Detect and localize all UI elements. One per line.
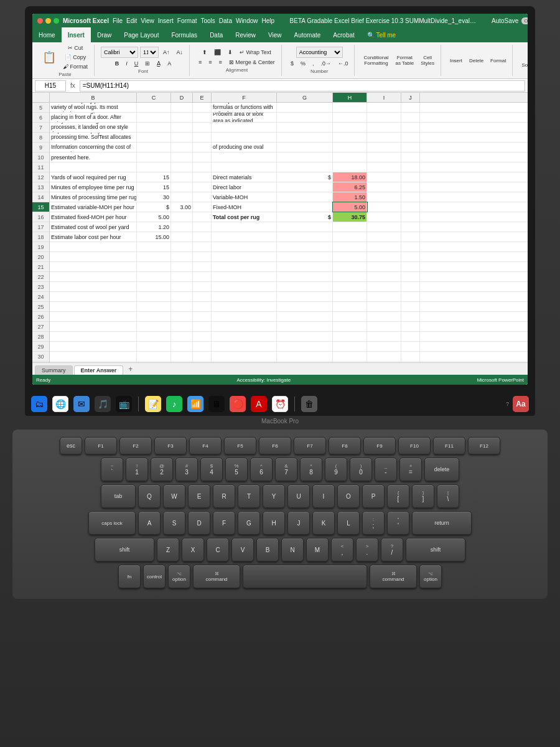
cell-i30[interactable] [367,352,401,361]
cell-h15[interactable]: 5.00 [333,202,367,212]
cell-c31[interactable] [137,362,171,362]
cell-d14[interactable] [171,192,193,202]
cell-c18[interactable]: 15.00 [137,232,171,242]
cell-i29[interactable] [367,342,401,351]
cell-e27[interactable] [193,322,212,331]
cell-c26[interactable] [137,312,171,321]
bold-button[interactable]: B [113,59,122,68]
row-num-28[interactable]: 28 [32,332,49,342]
key-d[interactable]: D [188,511,210,535]
cell-h30[interactable] [333,352,367,361]
dock-icon-aa[interactable]: Aa [513,396,529,412]
cell-h11[interactable] [333,162,367,172]
cell-h31[interactable] [333,362,367,362]
decrease-decimal-button[interactable]: ←.0 [335,59,351,68]
font-size-select[interactable]: 11 [140,47,159,58]
key-t[interactable]: T [238,484,260,508]
cell-reference-box[interactable] [35,80,66,92]
cell-g30[interactable] [277,352,333,361]
cell-f20[interactable] [212,252,277,261]
row-num-16[interactable]: 16 [32,212,49,222]
cell-g20[interactable] [277,252,333,261]
function-wizard-icon[interactable]: fx [68,82,77,89]
cell-d24[interactable] [171,292,193,301]
cell-b8[interactable]: requires both employee and processing ti… [50,133,137,142]
key-n[interactable]: N [281,538,304,561]
cell-c28[interactable] [137,332,171,341]
cell-d30[interactable] [171,352,193,361]
cell-g21[interactable] [277,262,333,271]
cell-c24[interactable] [137,292,171,301]
row-num-9[interactable]: 9 [32,143,49,153]
key-f8[interactable]: F8 [329,437,361,454]
cell-c5[interactable] [137,103,171,112]
cell-i22[interactable] [367,272,401,281]
cell-b26[interactable] [50,312,137,321]
cell-h14[interactable]: 1.50 [333,192,367,202]
cell-h20[interactable] [333,252,367,261]
key-return[interactable]: return [412,511,472,535]
col-header-h[interactable]: H [333,93,367,102]
key-command-left[interactable]: ⌘command [193,565,240,588]
cell-i7[interactable] [367,123,401,132]
sheet-tab-enter-answer[interactable]: Enter Answer [74,365,124,375]
cell-c23[interactable] [137,282,171,291]
key-k[interactable]: K [312,511,335,535]
cell-f6[interactable]: Problem area or work area as indicated. [212,113,277,122]
cell-d7[interactable] [171,123,193,132]
key-f2[interactable]: F2 [119,437,152,454]
cell-d19[interactable] [171,242,193,251]
cell-j22[interactable] [401,272,420,281]
cell-g14[interactable] [277,192,333,202]
number-format-select[interactable]: Accounting General Number Currency Perce… [296,47,343,58]
cell-i15[interactable] [367,202,401,212]
wrap-text-button[interactable]: ↵ Wrap Text [237,48,274,57]
cell-e25[interactable] [193,302,212,311]
key-h[interactable]: H [263,511,285,535]
cell-h12[interactable]: 18.00 [333,172,367,182]
cell-g17[interactable] [277,222,333,232]
row-num-19[interactable]: 19 [32,242,49,252]
minimize-button[interactable] [45,18,51,24]
cell-h27[interactable] [333,322,367,331]
cell-d16[interactable] [171,212,193,222]
cell-j16[interactable] [401,212,420,222]
cell-c22[interactable] [137,272,171,281]
cell-h18[interactable] [333,232,367,242]
key-3[interactable]: #3 [175,458,198,481]
key-quote[interactable]: "' [387,511,409,535]
key-slash[interactable]: ?/ [381,538,403,561]
key-g[interactable]: G [238,511,260,535]
align-left-button[interactable]: ≡ [196,58,204,67]
cell-g25[interactable] [277,302,333,311]
col-header-g[interactable]: G [277,93,333,102]
cell-c8[interactable] [137,133,171,142]
cell-c10[interactable] [137,153,171,162]
key-p[interactable]: P [362,484,385,508]
cell-g19[interactable] [277,242,333,251]
cell-b13[interactable]: Minutes of employee time per rug [50,182,137,192]
cell-g13[interactable] [277,182,333,192]
cell-g16[interactable]: $ [277,212,333,222]
dollar-sign-button[interactable]: $ [288,59,296,68]
row-num-7[interactable]: 7 [32,123,49,133]
cell-d31[interactable] [171,362,193,362]
cell-c12[interactable]: 15 [137,172,171,182]
key-c[interactable]: C [207,538,229,561]
cell-e24[interactable] [193,292,212,301]
cell-i31[interactable] [367,362,401,362]
cell-i25[interactable] [367,302,401,311]
row-num-30[interactable]: 30 [32,352,49,362]
key-f10[interactable]: F10 [398,437,431,454]
key-m[interactable]: M [306,538,329,561]
menu-format[interactable]: Format [177,17,197,24]
key-v[interactable]: V [231,538,254,561]
border-button[interactable]: ⊞ [142,59,152,68]
cell-h9[interactable] [333,143,367,152]
tab-review[interactable]: Review [229,27,262,42]
cell-d8[interactable] [171,133,193,142]
row-num-11[interactable]: 11 [32,162,49,172]
cell-d15[interactable]: 3.00 [171,202,193,212]
menu-window[interactable]: Window [236,17,258,24]
cell-f12[interactable]: Direct materials [212,172,277,182]
